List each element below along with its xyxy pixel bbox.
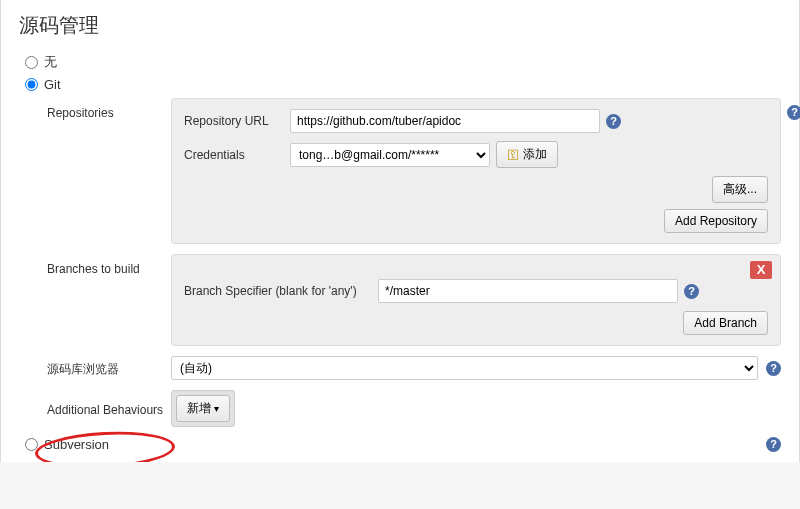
add-branch-button[interactable]: Add Branch bbox=[683, 311, 768, 335]
add-credentials-label: 添加 bbox=[523, 146, 547, 163]
repositories-heading: Repositories bbox=[47, 98, 171, 120]
scm-subversion-label[interactable]: Subversion bbox=[44, 437, 109, 452]
help-icon[interactable]: ? bbox=[606, 114, 621, 129]
help-icon[interactable]: ? bbox=[766, 361, 781, 376]
repo-url-input[interactable] bbox=[290, 109, 600, 133]
branch-spec-label: Branch Specifier (blank for 'any') bbox=[184, 284, 378, 298]
credentials-label: Credentials bbox=[184, 148, 290, 162]
advanced-button[interactable]: 高级... bbox=[712, 176, 768, 203]
help-icon[interactable]: ? bbox=[766, 437, 781, 452]
help-icon[interactable]: ? bbox=[684, 284, 699, 299]
additional-behaviours-heading: Additional Behaviours bbox=[47, 401, 171, 417]
repositories-panel: ? Repository URL ? Credentials tong…b@gm… bbox=[171, 98, 781, 244]
scm-none-label[interactable]: 无 bbox=[44, 53, 57, 71]
delete-branch-button[interactable]: X bbox=[750, 261, 772, 279]
add-credentials-button[interactable]: ⚿ 添加 bbox=[496, 141, 558, 168]
add-behaviour-button[interactable]: 新增 bbox=[176, 395, 230, 422]
scm-none-radio[interactable] bbox=[25, 56, 38, 69]
section-title: 源码管理 bbox=[19, 12, 781, 39]
repo-browser-heading: 源码库浏览器 bbox=[47, 359, 171, 378]
repo-browser-select[interactable]: (自动) bbox=[171, 356, 758, 380]
repo-url-label: Repository URL bbox=[184, 114, 290, 128]
credentials-select[interactable]: tong…b@gmail.com/****** bbox=[290, 143, 490, 167]
branches-panel: X Branch Specifier (blank for 'any') ? A… bbox=[171, 254, 781, 346]
branch-spec-input[interactable] bbox=[378, 279, 678, 303]
add-repository-button[interactable]: Add Repository bbox=[664, 209, 768, 233]
scm-git-radio[interactable] bbox=[25, 78, 38, 91]
branches-heading: Branches to build bbox=[47, 254, 171, 276]
key-icon: ⚿ bbox=[507, 148, 519, 162]
scm-git-label[interactable]: Git bbox=[44, 77, 61, 92]
scm-subversion-radio[interactable] bbox=[25, 438, 38, 451]
help-icon[interactable]: ? bbox=[787, 105, 800, 120]
